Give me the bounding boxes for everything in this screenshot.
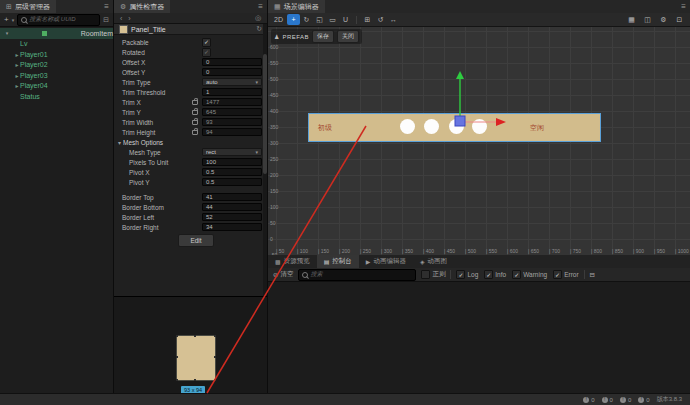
prop-label: Trim Y: [114, 109, 141, 116]
node-cube-icon: [42, 31, 47, 36]
pin-icon[interactable]: ◎: [255, 14, 261, 22]
section-caret-icon[interactable]: ▾: [114, 139, 121, 146]
tree-item-player03[interactable]: ▸Player03: [0, 70, 113, 81]
tree-item-status[interactable]: Status: [0, 91, 113, 102]
prop-rotated: Rotated✓: [114, 47, 262, 57]
tree-item-lv[interactable]: Lv: [0, 39, 113, 50]
regex-toggle[interactable]: 正则: [421, 270, 445, 279]
scale-tool[interactable]: ◱: [313, 14, 326, 25]
prop-input[interactable]: 94: [202, 128, 262, 136]
create-node-button[interactable]: +: [4, 15, 9, 24]
filter-log[interactable]: ✓Log: [456, 270, 478, 279]
filter-warning[interactable]: ✓Warning: [512, 270, 547, 279]
camera-icon[interactable]: ◫: [641, 14, 654, 25]
filter-checkbox[interactable]: ✓: [512, 270, 521, 279]
ui-tool[interactable]: U: [339, 14, 352, 25]
tab-animation-graph[interactable]: ◈动画图: [413, 255, 454, 268]
tree-item-label: RoomItem: [81, 30, 113, 37]
filter-checkbox[interactable]: ✓: [553, 270, 562, 279]
hierarchy-filter-icon[interactable]: ⊟: [103, 16, 109, 24]
inspector-scrollbar[interactable]: [263, 24, 267, 296]
regex-checkbox[interactable]: [421, 270, 430, 279]
info-count[interactable]: !0: [602, 397, 613, 403]
prop-packable: Packable✓: [114, 37, 262, 47]
gizmo-visibility-icon[interactable]: ▦: [625, 14, 638, 25]
gear-icon[interactable]: ⚙: [657, 14, 670, 25]
message-count[interactable]: !0: [638, 397, 649, 403]
tab-preview[interactable]: ▩资源预览: [268, 255, 317, 268]
hierarchy-menu-icon[interactable]: ≡: [104, 3, 109, 11]
prop-input[interactable]: 44: [202, 203, 262, 211]
prop-input[interactable]: 0.5: [202, 168, 262, 176]
prop-label: Pixels To Unit: [114, 159, 168, 166]
tab-hierarchy[interactable]: ⊞ 层级管理器: [0, 0, 56, 13]
prop-trim-threshold: Trim Threshold1: [114, 87, 262, 97]
tree-item-label: Player02: [20, 61, 48, 68]
inspector-menu-icon[interactable]: ≡: [258, 3, 263, 11]
prop-checkbox[interactable]: ✓: [202, 38, 211, 47]
prop-input[interactable]: 1477: [202, 98, 262, 106]
prop-border-bottom: Border Bottom44: [114, 202, 262, 212]
hierarchy-icon: ⊞: [6, 3, 12, 10]
rect-tool[interactable]: ▭: [326, 14, 339, 25]
tab-inspector[interactable]: ⚙ 属性检查器: [114, 0, 170, 13]
prop-input[interactable]: 93: [202, 118, 262, 126]
rotate-tool[interactable]: ↻: [300, 14, 313, 25]
error-count[interactable]: !0: [583, 397, 594, 403]
tree-item-roomitem[interactable]: ▾RoomItem: [0, 28, 113, 39]
prop-input[interactable]: 645: [202, 108, 262, 116]
tree-caret-icon[interactable]: ▾: [4, 30, 10, 36]
prop-offset-y: Offset Y0: [114, 67, 262, 77]
tab-animation-editor[interactable]: ▶动画编辑器: [359, 255, 413, 268]
prop-trim-type: Trim Typeauto▾: [114, 77, 262, 87]
clear-icon: ⊘: [273, 271, 278, 279]
prop-input[interactable]: 41: [202, 193, 262, 201]
prop-select[interactable]: auto▾: [202, 78, 262, 86]
filter-label: Log: [467, 271, 478, 278]
local-rotate-tool[interactable]: ↺: [374, 14, 387, 25]
prop-checkbox[interactable]: ✓: [202, 48, 211, 57]
transform-gizmo[interactable]: [268, 27, 690, 255]
hierarchy-search-input[interactable]: 搜索名称或 UUID: [17, 14, 100, 26]
prop-input[interactable]: 52: [202, 213, 262, 221]
mode-2d-button[interactable]: 2D: [272, 14, 285, 25]
scene-menu-icon[interactable]: ≡: [681, 3, 686, 11]
tree-item-player01[interactable]: ▸Player01: [0, 49, 113, 60]
collapse-logs-icon[interactable]: ⊟: [590, 271, 595, 279]
prop-input[interactable]: 34: [202, 223, 262, 231]
axis-tool[interactable]: ↔: [387, 14, 400, 25]
prop-border-top: Border Top41: [114, 192, 262, 202]
filter-error[interactable]: ✓Error: [553, 270, 578, 279]
tree-item-player04[interactable]: ▸Player04: [0, 81, 113, 92]
move-tool[interactable]: +: [287, 14, 300, 25]
console-log-area[interactable]: [268, 282, 690, 393]
fullscreen-icon[interactable]: ⊡: [673, 14, 686, 25]
filter-checkbox[interactable]: ✓: [456, 270, 465, 279]
inspector-title: 属性检查器: [129, 2, 164, 12]
console-search-input[interactable]: 搜索: [298, 269, 416, 281]
nav-forward-button[interactable]: ›: [128, 15, 130, 22]
prop-input[interactable]: 0.5: [202, 178, 262, 186]
tab-scene-editor[interactable]: ▦ 场景编辑器: [268, 0, 325, 13]
count-value: 0: [610, 397, 613, 403]
prop-mesh-type: Mesh Typerect▾: [114, 147, 262, 157]
prop-input[interactable]: 100: [202, 158, 262, 166]
scene-viewport[interactable]: ♟ PREFAB 保存 关闭 6005505004504003503002502…: [268, 27, 690, 255]
filter-info[interactable]: ✓Info: [484, 270, 506, 279]
tab-label: 动画图: [428, 257, 448, 266]
refresh-icon[interactable]: ↻: [256, 25, 262, 33]
tree-item-player02[interactable]: ▸Player02: [0, 60, 113, 71]
filter-checkbox[interactable]: ✓: [484, 270, 493, 279]
pivot-tool[interactable]: ⊞: [361, 14, 374, 25]
prop-input[interactable]: 1: [202, 88, 262, 96]
clear-console-button[interactable]: ⊘ 清空: [273, 270, 293, 279]
preview-icon: ▩: [275, 259, 281, 265]
prop-select[interactable]: rect▾: [202, 148, 262, 156]
prop-border-right: Border Right34: [114, 222, 262, 232]
prop-input[interactable]: 0: [202, 58, 262, 66]
nav-back-button[interactable]: ‹: [120, 15, 122, 22]
edit-button[interactable]: Edit: [178, 234, 214, 247]
prop-input[interactable]: 0: [202, 68, 262, 76]
warning-count[interactable]: !0: [620, 397, 631, 403]
tab-console[interactable]: ▤控制台: [317, 255, 359, 268]
